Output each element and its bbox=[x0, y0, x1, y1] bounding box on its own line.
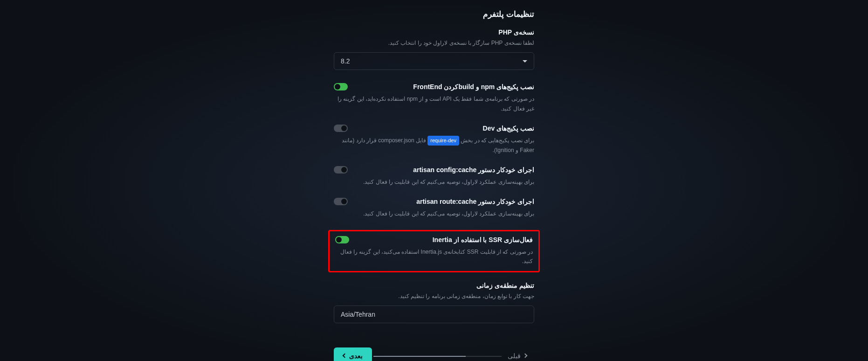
route-cache-title: اجرای خودکار دستور artisan route:cache bbox=[352, 198, 534, 205]
dev-packages-desc: برای نصب پکیج‌هایی که در بخش require-dev… bbox=[334, 136, 534, 155]
php-version-value: 8.2 bbox=[341, 57, 350, 65]
highlighted-inertia-section: فعال‌سازی SSR با استفاده از Inertia در ص… bbox=[328, 230, 540, 272]
timezone-label: تنظیم منطقه‌ی زمانی bbox=[334, 282, 534, 289]
prev-button-label: قبلی bbox=[508, 352, 521, 360]
next-button[interactable]: بعدی bbox=[334, 347, 372, 361]
inertia-ssr-toggle[interactable] bbox=[335, 236, 349, 243]
require-dev-tag: require-dev bbox=[427, 136, 459, 146]
route-cache-toggle[interactable] bbox=[334, 198, 348, 205]
inertia-ssr-desc: در صورتی که از قابلیت SSR کتابخانه‌ی Ine… bbox=[335, 247, 533, 266]
npm-build-desc: در صورتی که برنامه‌ی شما فقط یک API است … bbox=[334, 94, 534, 113]
php-version-desc: لطفا نسخه‌ی PHP سازگار با نسخه‌ی لاراول … bbox=[334, 39, 534, 48]
page-title: تنظیمات پلتفرم bbox=[334, 9, 534, 19]
php-version-label: نسخه‌ی PHP bbox=[334, 28, 534, 36]
chevron-down-icon bbox=[523, 60, 527, 62]
prev-button[interactable]: قبلی bbox=[500, 348, 534, 361]
config-cache-title: اجرای خودکار دستور artisan config:cache bbox=[352, 166, 534, 174]
php-version-select[interactable]: 8.2 bbox=[334, 52, 534, 70]
next-button-label: بعدی bbox=[349, 352, 363, 360]
config-cache-desc: برای بهینه‌سازی عملکرد لاراول، توصیه می‌… bbox=[334, 177, 534, 187]
dev-packages-toggle[interactable] bbox=[334, 125, 348, 132]
route-cache-desc: برای بهینه‌سازی عملکرد لاراول، توصیه می‌… bbox=[334, 209, 534, 218]
inertia-ssr-title: فعال‌سازی SSR با استفاده از Inertia bbox=[354, 236, 533, 243]
chevron-right-icon bbox=[523, 354, 528, 358]
timezone-desc: جهت کار با توابع زمان، منطقه‌ی زمانی برن… bbox=[334, 292, 534, 301]
dev-packages-title: نصب پکیج‌های Dev bbox=[352, 125, 534, 132]
timezone-input[interactable] bbox=[334, 305, 534, 323]
chevron-left-icon bbox=[343, 354, 347, 358]
npm-build-toggle[interactable] bbox=[334, 83, 348, 90]
config-cache-toggle[interactable] bbox=[334, 166, 348, 174]
progress-bar bbox=[373, 356, 502, 357]
npm-build-title: نصب پکیج‌های npm و buildکردن FrontEnd bbox=[352, 83, 534, 90]
